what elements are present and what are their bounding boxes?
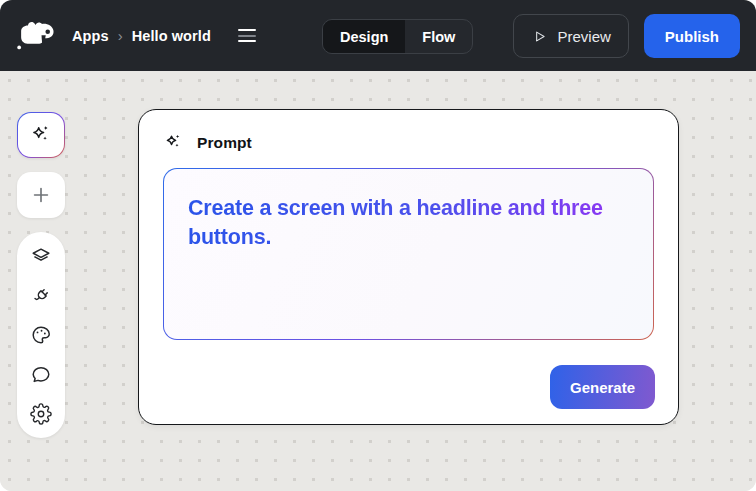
menu-icon[interactable] [237, 23, 257, 48]
prompt-card: Prompt Create a screen with a headline a… [138, 109, 679, 425]
breadcrumb-separator: › [118, 27, 123, 44]
publish-button[interactable]: Publish [644, 14, 740, 58]
layers-icon[interactable] [30, 245, 52, 267]
palette-icon[interactable] [30, 324, 52, 346]
breadcrumb-apps[interactable]: Apps [72, 28, 109, 44]
ai-generate-tool-button[interactable] [17, 112, 65, 158]
top-bar: Apps › Hello world Design Flow Preview P… [0, 0, 756, 71]
logo-icon [16, 19, 56, 53]
play-icon [531, 28, 548, 45]
prompt-input-text: Create a screen with a headline and thre… [188, 194, 627, 252]
generate-button-label: Generate [570, 379, 635, 396]
ai-sparkle-icon [164, 133, 183, 152]
ai-sparkle-icon [30, 124, 52, 146]
generate-button[interactable]: Generate [550, 365, 655, 409]
plug-icon[interactable] [30, 285, 52, 307]
toolbar-group [17, 232, 65, 438]
prompt-card-title: Prompt [197, 134, 252, 152]
publish-button-label: Publish [665, 28, 719, 45]
app-window: Apps › Hello world Design Flow Preview P… [0, 0, 756, 491]
prompt-input[interactable]: Create a screen with a headline and thre… [163, 168, 654, 340]
tab-design[interactable]: Design [323, 20, 405, 53]
chat-icon[interactable] [30, 364, 52, 386]
add-element-button[interactable] [17, 172, 65, 218]
prompt-card-header: Prompt [164, 133, 252, 152]
header-actions: Preview Publish [513, 14, 740, 58]
plus-icon [30, 184, 52, 206]
preview-button-label: Preview [557, 28, 610, 45]
breadcrumb-current-app: Hello world [132, 28, 211, 44]
breadcrumb: Apps › Hello world [72, 27, 211, 44]
settings-icon[interactable] [30, 403, 52, 425]
preview-button[interactable]: Preview [513, 14, 628, 58]
tab-flow[interactable]: Flow [405, 20, 472, 53]
mode-switcher: Design Flow [322, 19, 473, 54]
